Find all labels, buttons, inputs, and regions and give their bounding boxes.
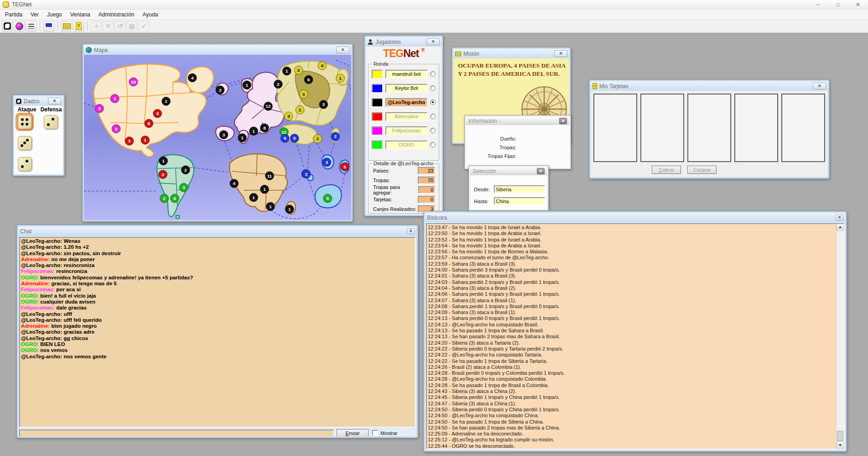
close-icon[interactable]: ✕ <box>48 98 61 105</box>
troop-marker[interactable]: 1 <box>282 67 291 75</box>
troop-marker[interactable]: 11 <box>265 172 274 180</box>
troop-marker[interactable]: 4 <box>188 73 197 82</box>
troop-marker[interactable]: 1 <box>249 193 258 202</box>
troop-marker[interactable]: 1 <box>110 94 119 103</box>
troop-marker[interactable]: 2 <box>313 135 322 143</box>
close-icon[interactable]: ✕ <box>336 47 349 53</box>
player-radio[interactable] <box>430 85 436 91</box>
troop-marker[interactable]: 2 <box>302 170 311 178</box>
card-slot[interactable] <box>734 94 778 162</box>
chat-input[interactable] <box>19 430 334 436</box>
close-button[interactable]: ✕ <box>848 0 868 10</box>
troop-marker[interactable]: 4 <box>318 61 327 70</box>
menu-item-ayuda[interactable]: Ayuda <box>139 10 162 19</box>
seleccion-titlebar[interactable]: Selección ✕ <box>470 167 547 175</box>
troop-marker[interactable]: 5 <box>341 162 349 171</box>
troop-marker[interactable]: 1 <box>266 202 275 211</box>
jugadores-titlebar[interactable]: Jugadores ✕ <box>366 37 442 47</box>
troop-marker[interactable]: 1 <box>336 74 345 83</box>
player-radio[interactable] <box>430 142 436 147</box>
globe-icon[interactable] <box>14 21 25 31</box>
menu-item-administración[interactable]: Administración <box>94 10 139 19</box>
hasta-field[interactable]: China <box>494 197 545 205</box>
scroll-up-icon[interactable] <box>837 224 844 231</box>
chat-messages-area[interactable]: @LeoTeg-archo: Wenas@LeoTeg-archo: 1.20 … <box>19 237 416 427</box>
menu-item-ver[interactable]: Ver <box>26 10 43 19</box>
troop-marker[interactable]: 3 <box>153 109 162 118</box>
troop-marker[interactable]: 1 <box>238 134 247 142</box>
card-slot[interactable] <box>687 94 731 162</box>
mision-titlebar[interactable]: Misión ✕ <box>453 49 569 58</box>
canjear-button[interactable]: Canjear <box>687 166 717 174</box>
troop-marker[interactable]: 2 <box>331 132 340 141</box>
troop-marker[interactable]: 4 <box>230 179 239 188</box>
player-radio[interactable] <box>430 100 436 105</box>
troop-marker[interactable]: 1 <box>162 97 171 105</box>
close-icon[interactable]: ✕ <box>559 118 567 124</box>
troop-marker[interactable]: 3 <box>319 100 328 109</box>
close-icon[interactable]: ✕ <box>407 228 415 234</box>
troop-marker[interactable]: 6 <box>171 194 179 203</box>
cards-icon[interactable] <box>73 21 84 31</box>
troop-marker[interactable]: 3 <box>322 158 331 167</box>
cobrar-button[interactable]: Cobrar <box>652 166 681 174</box>
troop-marker[interactable]: 8 <box>260 124 269 132</box>
card-slot[interactable] <box>593 94 637 162</box>
troop-marker[interactable]: 3 <box>179 183 188 192</box>
die-face-4[interactable] <box>18 115 32 129</box>
log-scrollbar[interactable] <box>836 224 844 449</box>
close-icon[interactable]: ✕ <box>813 83 826 89</box>
troop-marker[interactable]: 1 <box>141 136 150 145</box>
troop-marker[interactable]: 5 <box>323 194 332 203</box>
troop-marker[interactable]: 5 <box>290 134 299 143</box>
troop-marker[interactable]: 2 <box>181 166 190 174</box>
die-face-3[interactable] <box>18 136 32 150</box>
troop-marker[interactable]: 12 <box>264 102 272 110</box>
menu-item-partida[interactable]: Partida <box>1 10 26 19</box>
player-radio[interactable] <box>430 114 436 119</box>
troop-marker[interactable]: 3 <box>299 90 308 99</box>
bitacora-titlebar[interactable]: Bitácora ✕ <box>425 213 845 222</box>
troop-marker[interactable]: 2 <box>160 194 169 203</box>
troop-marker[interactable]: 3 <box>216 86 224 94</box>
troop-marker[interactable]: 3 <box>112 125 120 133</box>
troop-marker[interactable]: 8 <box>145 119 153 128</box>
dice-icon[interactable] <box>2 21 13 31</box>
troop-marker[interactable]: 1 <box>249 127 258 136</box>
troop-marker[interactable]: 2 <box>274 80 282 89</box>
troop-marker[interactable]: 1 <box>285 205 294 214</box>
card-slot[interactable] <box>640 94 684 162</box>
informacion-titlebar[interactable]: Información - ✕ <box>466 117 569 125</box>
enviar-button[interactable]: Enviar <box>337 429 369 436</box>
list-icon[interactable] <box>26 21 36 31</box>
dados-titlebar[interactable]: Dados ✕ <box>14 96 63 106</box>
minimize-button[interactable]: – <box>808 0 828 10</box>
close-icon[interactable]: ✕ <box>836 215 843 220</box>
scrollbar-thumb[interactable] <box>837 431 843 441</box>
die-face-2[interactable] <box>44 115 58 129</box>
card-slot[interactable] <box>781 94 825 162</box>
player-radio[interactable] <box>430 128 436 133</box>
mapa-titlebar[interactable]: Mapa ✕ <box>84 45 351 55</box>
menu-item-ventana[interactable]: Ventana <box>66 10 94 19</box>
app-titlebar[interactable]: TEGNet <box>0 0 868 10</box>
chat-note-icon[interactable] <box>61 21 72 31</box>
troop-marker[interactable]: 6 <box>304 75 313 84</box>
troop-marker[interactable]: 2 <box>294 66 303 74</box>
close-icon[interactable]: ✕ <box>537 168 545 174</box>
player-radio[interactable] <box>430 71 436 77</box>
troop-marker[interactable]: 6 <box>281 134 289 143</box>
maximize-button[interactable]: □ <box>828 0 848 10</box>
troop-marker[interactable]: 1 <box>243 81 251 89</box>
close-icon[interactable]: ✕ <box>426 38 440 45</box>
close-icon[interactable]: ✕ <box>554 50 567 57</box>
troop-marker[interactable]: 3 <box>219 131 228 139</box>
desde-field[interactable]: Siberia <box>494 185 545 193</box>
world-map[interactable]: 1013138331431123181124612331311652241111… <box>84 55 351 220</box>
troop-marker[interactable]: 3 <box>284 112 293 121</box>
troop-marker[interactable]: 1 <box>296 105 304 114</box>
scroll-down-icon[interactable] <box>837 441 844 449</box>
troop-marker[interactable]: 1 <box>159 157 168 165</box>
save-icon[interactable] <box>43 21 54 31</box>
troop-marker[interactable]: 3 <box>125 137 134 146</box>
